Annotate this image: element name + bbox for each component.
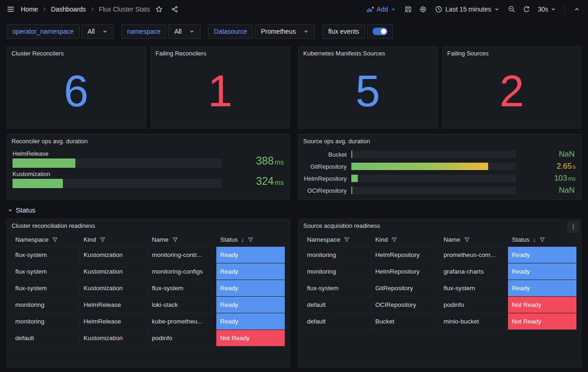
chevron-down-icon <box>189 29 195 34</box>
filter-icon[interactable] <box>172 237 178 243</box>
column-header-namespace[interactable]: Namespace <box>12 233 80 246</box>
filter-icon[interactable] <box>539 237 545 243</box>
chevron-right-icon <box>41 6 48 12</box>
cell-status: Ready <box>508 280 576 296</box>
refresh-interval-picker[interactable]: 30s <box>535 3 559 16</box>
table-row: monitoringHelmReleaseloki-stackReady <box>12 297 285 313</box>
time-range-picker[interactable]: Last 15 minutes <box>431 3 504 16</box>
flux-events-label: flux events <box>322 24 365 39</box>
panel-title[interactable]: Cluster reconciliation readiness <box>7 219 289 231</box>
cell-namespace: flux-system <box>12 263 80 280</box>
table-row: monitoringHelmRepositoryprometheus-com..… <box>303 247 576 263</box>
cell-namespace: default <box>12 330 80 346</box>
cell-status: Ready <box>216 297 285 313</box>
column-header-name[interactable]: Name <box>148 233 217 246</box>
cell-status: Ready <box>508 247 576 263</box>
panel-title[interactable]: Source ops avg. duration <box>299 134 581 146</box>
save-dashboard-button[interactable] <box>402 3 415 16</box>
time-range-label: Last 15 minutes <box>446 6 491 13</box>
dashboard-settings-button[interactable] <box>416 3 429 16</box>
breadcrumb-dashboards[interactable]: Dashboards <box>51 6 86 13</box>
row-toggle-status[interactable]: Status <box>7 206 582 214</box>
clock-icon <box>435 6 442 13</box>
column-header-kind[interactable]: Kind <box>80 233 148 246</box>
variable-label: Datasource <box>208 24 253 39</box>
dropdown-value: All <box>174 28 182 35</box>
bar-track <box>12 179 222 188</box>
panel-title[interactable]: Failing Reconcilers <box>151 47 290 59</box>
bar-track <box>12 159 222 168</box>
bar-fill <box>351 187 352 194</box>
bar-gauge-row: OCIRepository NaN <box>300 184 576 196</box>
toggle-pill <box>373 28 387 35</box>
flux-events-toggle[interactable] <box>367 24 393 39</box>
panel-title[interactable]: Cluster Reconcilers <box>7 47 146 59</box>
panel-kubernetes-manifests-sources: Kubernetes Manifests Sources 5 <box>298 46 438 128</box>
datasource-dropdown[interactable]: Prometheus <box>255 24 314 39</box>
status-badge: Ready <box>216 247 285 263</box>
breadcrumb-home[interactable]: Home <box>21 6 38 13</box>
sort-desc-icon: ↓ <box>533 236 536 243</box>
variable-datasource: Datasource Prometheus <box>208 24 315 39</box>
filter-icon[interactable] <box>464 237 470 243</box>
panel-reconciler-ops-duration: Reconciler ops avg. duration HelmRelease… <box>6 134 290 200</box>
zoom-out-time-button[interactable] <box>505 3 518 16</box>
status-badge: Not Ready <box>216 330 285 346</box>
bar-track <box>351 187 516 194</box>
filter-icon[interactable] <box>52 237 58 243</box>
chevron-down-icon <box>391 6 396 12</box>
column-header-namespace[interactable]: Namespace <box>303 233 372 246</box>
favorite-button[interactable] <box>153 3 165 16</box>
bar-label: OCIRepository <box>300 187 347 194</box>
filter-icon[interactable] <box>391 237 398 243</box>
column-header-name[interactable]: Name <box>440 233 508 246</box>
cell-status: Ready <box>508 263 576 280</box>
bar-label: GitRepository <box>300 163 347 170</box>
add-button[interactable]: Add <box>362 3 400 16</box>
bar-value: 388ms <box>228 155 284 168</box>
column-header-kind[interactable]: Kind <box>372 233 440 246</box>
collapse-nav-button[interactable] <box>570 3 583 16</box>
filter-icon[interactable] <box>99 237 106 243</box>
panel-title[interactable]: Reconciler ops avg. duration <box>7 134 289 146</box>
table-row: monitoringHelmReleasekube-prometheu...Re… <box>12 313 285 330</box>
bar-track <box>351 163 516 170</box>
top-nav: Home Dashboards Flux Cluster Stats <box>0 0 588 18</box>
cell-namespace: flux-system <box>303 280 372 296</box>
variable-flux-events: flux events <box>322 24 393 39</box>
chevron-down-icon <box>7 207 13 213</box>
column-header-status[interactable]: Status ↓ <box>216 233 285 246</box>
operator-namespace-dropdown[interactable]: All <box>81 24 114 39</box>
bar-gauge-row: Kustomization 324ms <box>12 171 284 188</box>
gear-icon <box>419 6 427 13</box>
dashboard-canvas: Cluster Reconcilers 6 Failing Reconciler… <box>0 43 588 368</box>
panel-title[interactable]: Failing Sources <box>443 47 582 59</box>
stat-value: 6 <box>7 59 146 128</box>
table: Namespace Kind Name Status ↓ <box>303 233 576 330</box>
cell-kind: HelmRelease <box>80 297 148 313</box>
panel-title[interactable]: Kubernetes Manifests Sources <box>299 47 437 59</box>
refresh-button[interactable] <box>520 3 533 16</box>
bar-label: HelmRepository <box>300 175 347 182</box>
menu-toggle-button[interactable] <box>0 0 21 18</box>
share-button[interactable] <box>168 3 181 16</box>
cell-status: Ready <box>216 263 285 280</box>
column-header-status[interactable]: Status ↓ <box>508 233 576 246</box>
panel-menu-button[interactable] <box>567 221 579 233</box>
namespace-dropdown[interactable]: All <box>168 24 201 39</box>
share-icon <box>171 6 178 13</box>
filter-icon[interactable] <box>343 237 350 243</box>
panel-title[interactable]: Source acquisition readiness <box>299 219 581 231</box>
filter-icon[interactable] <box>247 237 254 243</box>
stat-value: 1 <box>151 59 290 128</box>
cell-kind: OCIRepository <box>372 297 440 313</box>
stat-value: 5 <box>299 59 437 128</box>
cell-namespace: default <box>303 297 372 313</box>
chevron-up-icon <box>574 6 580 12</box>
refresh-icon <box>523 6 530 13</box>
cell-kind: HelmRelease <box>80 313 148 329</box>
toggle-knob <box>381 29 386 34</box>
table-row: flux-systemKustomizationmonitoring-confi… <box>12 263 285 280</box>
cell-kind: HelmRepository <box>372 263 440 280</box>
cell-kind: Bucket <box>372 313 440 329</box>
